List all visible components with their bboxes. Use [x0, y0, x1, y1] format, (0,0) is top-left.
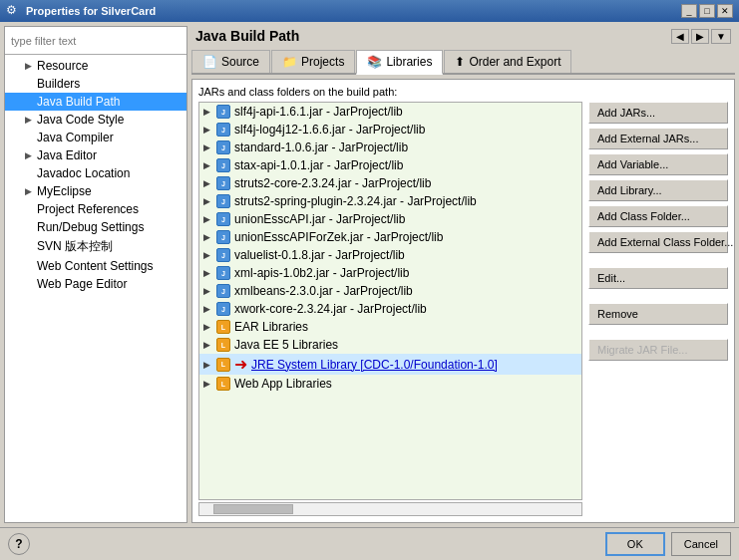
nav-item-label: Java Editor — [37, 148, 97, 162]
tree-expand-icon: ▶ — [203, 360, 215, 370]
tree-expand-icon: ▶ — [203, 250, 215, 260]
tree-expand-icon: ▶ — [203, 340, 215, 350]
tree-expand-icon: ▶ — [203, 125, 215, 135]
tree-area[interactable]: ▶Jslf4j-api-1.6.1.jar - JarProject/lib▶J… — [198, 102, 582, 500]
tree-expand-icon: ▶ — [203, 286, 215, 296]
sidebar-item-java-build-path[interactable]: Java Build Path — [5, 93, 186, 111]
edit-button[interactable]: Edit... — [588, 267, 728, 289]
sidebar-item-run/debug-settings[interactable]: Run/Debug Settings — [5, 218, 186, 236]
tree-item[interactable]: ▶Jvaluelist-0.1.8.jar - JarProject/lib — [199, 246, 581, 264]
nav-item-label: Java Build Path — [37, 95, 120, 109]
window-icon: ⚙ — [6, 3, 22, 19]
minimize-button[interactable]: _ — [681, 4, 697, 18]
tree-item[interactable]: ▶Jxmlbeans-2.3.0.jar - JarProject/lib — [199, 282, 581, 300]
tab-libraries[interactable]: 📚Libraries — [356, 50, 443, 75]
tree-item[interactable]: ▶Jstax-api-1.0.1.jar - JarProject/lib — [199, 156, 581, 174]
add-external-jars-button[interactable]: Add External JARs... — [588, 128, 728, 149]
tree-item[interactable]: ▶Jxwork-core-2.3.24.jar - JarProject/lib — [199, 300, 581, 318]
remove-button[interactable]: Remove — [588, 303, 728, 325]
maximize-button[interactable]: □ — [699, 4, 715, 18]
tree-item[interactable]: ▶Jstruts2-core-2.3.24.jar - JarProject/l… — [199, 174, 581, 192]
tree-item[interactable]: ▶LWeb App Libraries — [199, 375, 581, 393]
sidebar-item-myeclipse[interactable]: ▶MyEclipse — [5, 182, 186, 200]
sidebar-item-svn-版本控制[interactable]: SVN 版本控制 — [5, 236, 186, 257]
lib-icon: L — [216, 338, 230, 352]
tab-order-and-export[interactable]: ⬆Order and Export — [444, 50, 571, 73]
jar-icon: J — [216, 140, 230, 154]
tree-item[interactable]: ▶Jstruts2-spring-plugin-2.3.24.jar - Jar… — [199, 192, 581, 210]
sidebar-item-web-page-editor[interactable]: Web Page Editor — [5, 275, 186, 293]
tab-icon-projects: 📁 — [282, 55, 297, 69]
tree-item-label: stax-api-1.0.1.jar - JarProject/lib — [234, 158, 403, 172]
sidebar-item-java-editor[interactable]: ▶Java Editor — [5, 146, 186, 164]
button-separator — [588, 257, 728, 263]
two-col-layout: ▶Jslf4j-api-1.6.1.jar - JarProject/lib▶J… — [198, 102, 728, 516]
sidebar-item-java-code-style[interactable]: ▶Java Code Style — [5, 111, 186, 129]
cancel-button[interactable]: Cancel — [671, 532, 731, 556]
tree-item[interactable]: ▶LEAR Libraries — [199, 318, 581, 336]
tree-item-label: unionEsscAPIForZek.jar - JarProject/lib — [234, 230, 443, 244]
sidebar-item-builders[interactable]: Builders — [5, 75, 186, 93]
ok-button[interactable]: OK — [605, 532, 665, 556]
jar-icon: J — [216, 158, 230, 172]
window-title: Properties for SilverCard — [26, 5, 681, 17]
tab-source[interactable]: 📄Source — [191, 50, 270, 73]
sidebar-item-javadoc-location[interactable]: Javadoc Location — [5, 164, 186, 182]
nav-item-label: Web Page Editor — [37, 277, 128, 291]
nav-item-label: Java Code Style — [37, 113, 124, 127]
tree-expand-icon: ▶ — [203, 304, 215, 314]
tree-item-label: EAR Libraries — [234, 320, 308, 334]
tree-item[interactable]: ▶L➜JRE System Library [CDC-1.0/Foundatio… — [199, 354, 581, 375]
sidebar-item-project-references[interactable]: Project References — [5, 200, 186, 218]
jar-icon: J — [216, 123, 230, 137]
tab-label: Source — [221, 55, 259, 69]
add-variable-button[interactable]: Add Variable... — [588, 153, 728, 175]
tree-item-label: slf4j-log4j12-1.6.6.jar - JarProject/lib — [234, 123, 425, 137]
nav-arrows: ◀ ▶ ▼ — [671, 29, 731, 44]
tree-item-label: xwork-core-2.3.24.jar - JarProject/lib — [234, 302, 427, 316]
bottom-buttons: OK Cancel — [605, 532, 731, 556]
tree-item[interactable]: ▶LJava EE 5 Libraries — [199, 336, 581, 354]
tree-item-label: slf4j-api-1.6.1.jar - JarProject/lib — [234, 105, 403, 119]
filter-input[interactable] — [5, 27, 186, 55]
back-button[interactable]: ◀ — [671, 29, 689, 44]
tree-item[interactable]: ▶Jslf4j-log4j12-1.6.6.jar - JarProject/l… — [199, 121, 581, 139]
sidebar-item-web-content-settings[interactable]: Web Content Settings — [5, 257, 186, 275]
tab-projects[interactable]: 📁Projects — [271, 50, 355, 73]
tree-item[interactable]: ▶Jslf4j-api-1.6.1.jar - JarProject/lib — [199, 103, 581, 121]
tree-item[interactable]: ▶Jstandard-1.0.6.jar - JarProject/lib — [199, 139, 581, 156]
help-button[interactable]: ? — [8, 533, 30, 555]
arrow-annotation: ➜ — [234, 355, 247, 374]
button-separator — [588, 293, 728, 299]
forward-button[interactable]: ▶ — [691, 29, 709, 44]
horizontal-scrollbar[interactable] — [198, 502, 582, 516]
tree-expand-icon: ▶ — [203, 268, 215, 278]
add-external-class-folder-button[interactable]: Add External Class Folder... — [588, 231, 728, 253]
expand-icon: ▶ — [25, 61, 35, 71]
sidebar-item-resource[interactable]: ▶Resource — [5, 57, 186, 75]
nav-item-label: Builders — [37, 77, 80, 91]
tree-item[interactable]: ▶JunionEsscAPI.jar - JarProject/lib — [199, 210, 581, 228]
tree-item[interactable]: ▶Jxml-apis-1.0b2.jar - JarProject/lib — [199, 264, 581, 282]
tree-item[interactable]: ▶JunionEsscAPIForZek.jar - JarProject/li… — [199, 228, 581, 246]
add-library-button[interactable]: Add Library... — [588, 179, 728, 201]
close-button[interactable]: ✕ — [717, 4, 733, 18]
nav-item-label: SVN 版本控制 — [37, 238, 113, 255]
panel-description: JARs and class folders on the build path… — [198, 86, 728, 98]
buttons-panel: Add JARs...Add External JARs...Add Varia… — [588, 102, 728, 516]
tree-item-label: struts2-core-2.3.24.jar - JarProject/lib — [234, 176, 431, 190]
h-scroll-thumb — [213, 504, 293, 514]
tree-expand-icon: ▶ — [203, 107, 215, 117]
panel-content: JARs and class folders on the build path… — [191, 79, 735, 523]
tree-expand-icon: ▶ — [203, 160, 215, 170]
dropdown-button[interactable]: ▼ — [711, 29, 731, 44]
jar-icon: J — [216, 302, 230, 316]
button-separator — [588, 329, 728, 335]
jar-icon: J — [216, 230, 230, 244]
add-jars-button[interactable]: Add JARs... — [588, 102, 728, 124]
migrate-jar-button[interactable]: Migrate JAR File... — [588, 339, 728, 361]
sidebar-item-java-compiler[interactable]: Java Compiler — [5, 129, 186, 146]
panel-title: Java Build Path — [195, 28, 299, 44]
tree-item-label: xml-apis-1.0b2.jar - JarProject/lib — [234, 266, 409, 280]
add-class-folder-button[interactable]: Add Class Folder... — [588, 205, 728, 227]
